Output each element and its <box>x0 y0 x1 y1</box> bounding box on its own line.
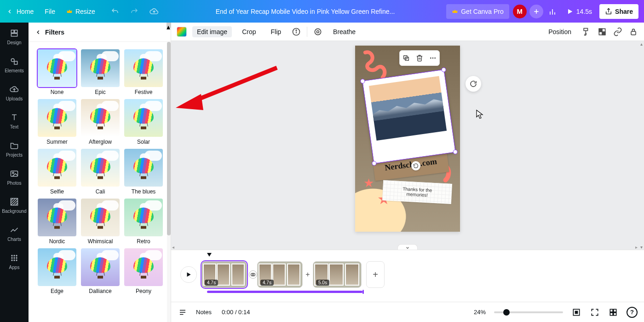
analytics-button[interactable] <box>543 4 562 19</box>
rail-elements[interactable]: Elements <box>0 51 29 79</box>
flip-button[interactable]: Flip <box>266 26 286 37</box>
playhead-marker[interactable] <box>207 253 212 257</box>
notes-icon[interactable] <box>178 307 188 317</box>
zoom-value[interactable]: 24% <box>474 309 486 316</box>
scroll-left-icon[interactable]: ◂ <box>172 245 174 250</box>
filter-peony[interactable]: Peony <box>124 248 163 294</box>
get-pro-button[interactable]: Get Canva Pro <box>446 4 509 19</box>
fit-icon[interactable] <box>571 307 581 317</box>
svg-point-29 <box>296 29 297 30</box>
copy-style-icon[interactable] <box>581 27 592 37</box>
scroll-right-icon[interactable]: ▸ <box>635 245 638 250</box>
cloud-sync-icon[interactable] <box>144 0 164 23</box>
file-menu[interactable]: File <box>39 0 61 23</box>
filter-the-blues[interactable]: The blues <box>124 149 163 195</box>
notes-button[interactable]: Notes <box>196 309 212 316</box>
canvas-vertical-scroll[interactable]: ▴ ▾ <box>638 41 644 250</box>
add-page-button[interactable]: + <box>366 261 385 288</box>
zoom-slider-knob[interactable] <box>503 309 510 316</box>
info-icon[interactable] <box>291 27 301 37</box>
rail-photos[interactable]: Photos <box>0 163 29 191</box>
filter-whimsical[interactable]: Whimsical <box>81 199 120 245</box>
filter-label: Nordic <box>49 238 65 245</box>
filter-label: Retro <box>137 238 150 245</box>
document-title[interactable]: End of Year Recap Mobile Video in Pink Y… <box>164 8 447 15</box>
rail-background[interactable]: Background <box>0 191 29 219</box>
present-button[interactable]: 14.5s <box>562 4 597 19</box>
memo-note[interactable]: Thanks for the memories! <box>382 180 452 204</box>
svg-line-42 <box>194 68 277 101</box>
home-button[interactable]: Home <box>0 0 39 23</box>
filter-label: Solar <box>137 139 150 145</box>
position-button[interactable]: Position <box>544 26 576 37</box>
filter-epic[interactable]: Epic <box>81 49 120 95</box>
resize-button[interactable]: Resize <box>61 0 101 23</box>
filter-solar[interactable]: Solar <box>124 99 163 145</box>
filter-afterglow[interactable]: Afterglow <box>81 99 120 145</box>
svg-point-31 <box>317 30 319 33</box>
rail-projects[interactable]: Projects <box>0 135 29 163</box>
animate-label[interactable]: Breathe <box>328 26 360 37</box>
panel-header[interactable]: Filters <box>29 23 171 42</box>
resize-handle[interactable] <box>360 79 365 84</box>
add-member-button[interactable] <box>529 5 543 18</box>
add-between-button[interactable]: + <box>305 270 311 279</box>
folder-icon <box>9 141 19 151</box>
scroll-up-icon[interactable]: ▴ <box>638 41 644 47</box>
delete-icon[interactable] <box>415 54 424 62</box>
scroll-down-icon[interactable]: ▾ <box>638 244 644 250</box>
rail-apps[interactable]: Apps <box>0 247 29 275</box>
play-button[interactable] <box>180 266 197 283</box>
rail-text[interactable]: Text <box>0 107 29 135</box>
filter-thumb <box>81 248 120 286</box>
edit-image-button[interactable]: Edit image <box>192 26 232 37</box>
fullscreen-icon[interactable] <box>590 307 600 317</box>
filter-dalliance[interactable]: Dalliance <box>81 248 120 294</box>
transparency-icon[interactable] <box>597 27 607 37</box>
share-button[interactable]: Share <box>599 4 638 19</box>
link-icon[interactable] <box>613 27 623 37</box>
filter-thumb <box>124 199 163 236</box>
design-page[interactable]: ★ ★ Nerdscha .com Thanks for the memorie… <box>355 46 460 232</box>
filter-none[interactable]: None <box>38 49 76 95</box>
help-button[interactable]: ? <box>627 307 638 318</box>
timeline-track[interactable] <box>207 291 362 293</box>
regenerate-button[interactable] <box>466 76 481 92</box>
rail-charts[interactable]: Charts <box>0 219 29 247</box>
rail-design[interactable]: Design <box>0 23 29 51</box>
timeline-ruler[interactable] <box>207 253 635 258</box>
redo-button[interactable] <box>125 0 144 23</box>
filter-edge[interactable]: Edge <box>38 248 76 294</box>
filter-selfie[interactable]: Selfie <box>38 149 76 195</box>
svg-rect-9 <box>11 34 17 36</box>
polaroid-photo[interactable] <box>362 70 455 163</box>
svg-marker-43 <box>176 94 203 110</box>
filter-retro[interactable]: Retro <box>124 199 163 245</box>
timeline-clip[interactable]: 5.0s <box>313 261 362 288</box>
filter-summer[interactable]: Summer <box>38 99 76 145</box>
canvas-area[interactable]: ★ ★ Nerdscha .com Thanks for the memorie… <box>171 41 644 250</box>
transition-button[interactable] <box>249 270 255 279</box>
filter-nordic[interactable]: Nordic <box>38 199 76 245</box>
filter-label: None <box>51 89 64 95</box>
undo-button[interactable] <box>105 0 125 23</box>
grid-view-icon[interactable] <box>608 307 618 317</box>
rail-uploads[interactable]: Uploads <box>0 79 29 107</box>
text-icon <box>9 112 19 123</box>
zoom-slider[interactable] <box>494 311 563 313</box>
image-icon <box>9 169 19 179</box>
more-icon[interactable] <box>429 54 437 62</box>
timeline-clip[interactable]: 4.7s <box>257 261 303 288</box>
timeline-track-end[interactable] <box>362 290 364 294</box>
avatar[interactable]: M <box>513 5 527 18</box>
color-swatch[interactable] <box>177 27 187 37</box>
filter-festive[interactable]: Festive <box>124 49 163 95</box>
duplicate-icon[interactable] <box>402 54 410 62</box>
filter-cali[interactable]: Cali <box>81 149 120 195</box>
crop-button[interactable]: Crop <box>237 26 260 37</box>
lock-icon[interactable] <box>628 27 638 37</box>
outer-scroll-up[interactable]: ▴ <box>167 23 171 28</box>
panel-scrollbar-thumb[interactable] <box>167 42 171 235</box>
timeline-clip[interactable]: 4.7s <box>201 261 247 288</box>
animate-icon[interactable] <box>313 27 323 37</box>
